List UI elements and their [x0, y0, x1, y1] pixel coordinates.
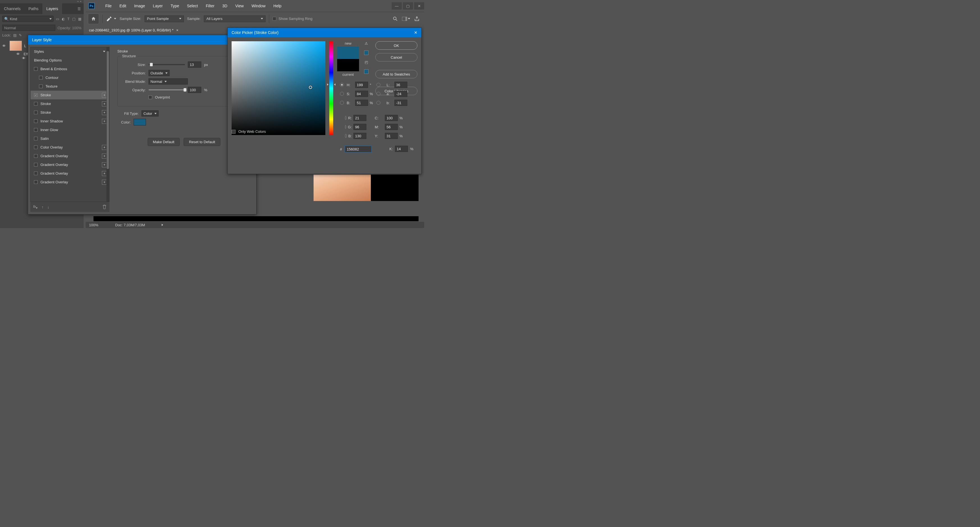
- input-k[interactable]: 14: [395, 146, 408, 152]
- panel-tab-layers[interactable]: Layers: [42, 3, 62, 14]
- radio-r[interactable]: [345, 116, 347, 120]
- lock-brush-icon[interactable]: ✎: [19, 33, 22, 37]
- input-a[interactable]: -24: [395, 91, 407, 97]
- share-icon[interactable]: [414, 16, 420, 22]
- menu-3d[interactable]: 3D: [218, 4, 231, 8]
- ls-item-stroke[interactable]: Stroke+: [30, 99, 109, 108]
- collapse-left-icon[interactable]: ‹‹: [77, 0, 79, 3]
- hex-input[interactable]: 156082: [345, 146, 372, 153]
- menu-filter[interactable]: Filter: [202, 4, 218, 8]
- filter-shape-icon[interactable]: ▢: [72, 17, 75, 21]
- panel-tab-paths[interactable]: Paths: [24, 3, 42, 14]
- color-picker-titlebar[interactable]: Color Picker (Stroke Color) ✕: [228, 28, 422, 37]
- websafe-cube-icon[interactable]: ◰: [365, 60, 368, 64]
- workspace-icon[interactable]: [402, 17, 410, 21]
- ls-item-bevel-emboss[interactable]: Bevel & Emboss: [30, 65, 109, 73]
- slider-handle[interactable]: [184, 88, 186, 92]
- home-button[interactable]: [88, 13, 99, 24]
- checkbox-icon[interactable]: [39, 84, 43, 88]
- cancel-button[interactable]: Cancel: [375, 53, 417, 62]
- input-bc[interactable]: 130: [353, 133, 366, 139]
- slider-handle[interactable]: [150, 63, 153, 66]
- ls-item-blending-options[interactable]: Blending Options: [30, 56, 109, 65]
- layer-style-scrollbar[interactable]: [107, 47, 109, 202]
- window-close-icon[interactable]: ✕: [414, 2, 424, 10]
- visibility-icon[interactable]: 👁: [22, 56, 27, 61]
- gamut-color-swatch[interactable]: [364, 51, 369, 55]
- stroke-color-swatch[interactable]: [134, 119, 146, 126]
- layer-style-titlebar[interactable]: Layer Style: [28, 35, 256, 45]
- ls-item-inner-shadow[interactable]: Inner Shadow+: [30, 117, 109, 126]
- search-icon[interactable]: [393, 16, 398, 22]
- checkbox-icon[interactable]: [34, 137, 38, 140]
- ls-item-gradient-overlay[interactable]: Gradient Overlay+: [30, 160, 109, 169]
- input-y[interactable]: 31: [385, 133, 398, 139]
- ls-item-gradient-overlay[interactable]: Gradient Overlay+: [30, 169, 109, 178]
- checkbox-icon[interactable]: [34, 119, 38, 123]
- show-sampling-ring-check[interactable]: Show Sampling Ring: [272, 17, 312, 21]
- radio-s[interactable]: [340, 92, 344, 96]
- input-h[interactable]: 199: [355, 82, 368, 88]
- size-input[interactable]: 13: [188, 62, 201, 68]
- window-minimize-icon[interactable]: —: [391, 2, 402, 10]
- ls-item-stroke[interactable]: ✓Stroke+: [30, 91, 109, 99]
- input-s[interactable]: 84: [355, 91, 368, 97]
- ls-item-texture[interactable]: Texture: [30, 82, 109, 91]
- radio-l[interactable]: [377, 83, 380, 87]
- document-tab[interactable]: cat-2068462_1920.jpg @ 100% (Layer 0, RG…: [86, 28, 181, 32]
- input-g[interactable]: 96: [353, 124, 366, 130]
- ls-item-stroke[interactable]: Stroke+: [30, 108, 109, 117]
- filter-adjust-icon[interactable]: ◐: [62, 17, 65, 21]
- ls-item-styles[interactable]: Styles: [30, 47, 109, 56]
- scrollbar-thumb[interactable]: [107, 51, 109, 169]
- opacity-input[interactable]: 100: [188, 87, 201, 93]
- move-down-icon[interactable]: ↓: [48, 205, 49, 209]
- filltype-select[interactable]: Color: [142, 110, 159, 116]
- input-bv[interactable]: 51: [355, 100, 368, 106]
- radio-b[interactable]: [377, 101, 380, 105]
- color-ring-marker[interactable]: [309, 86, 312, 89]
- visibility-icon[interactable]: 👁: [16, 52, 21, 56]
- layer-kind-select[interactable]: 🔍 Kind: [2, 16, 54, 22]
- radio-bc[interactable]: [345, 134, 347, 138]
- checkbox-icon[interactable]: [34, 180, 38, 184]
- menu-edit[interactable]: Edit: [116, 4, 130, 8]
- checkbox-icon[interactable]: [34, 163, 38, 167]
- panel-menu-icon[interactable]: ☰: [75, 3, 84, 14]
- layer-blend-select[interactable]: Normal: [2, 25, 55, 31]
- layer-thumbnail[interactable]: [10, 41, 22, 51]
- sample-select[interactable]: All Layers: [204, 16, 266, 22]
- opacity-slider[interactable]: [148, 89, 185, 91]
- radio-h[interactable]: [340, 83, 344, 87]
- filter-image-icon[interactable]: ▭: [56, 17, 59, 21]
- ls-item-contour[interactable]: Contour: [30, 73, 109, 82]
- panel-close-icon[interactable]: ×: [80, 0, 81, 3]
- fx-icon[interactable]: fx▾: [33, 204, 38, 210]
- tool-indicator[interactable]: [106, 16, 116, 22]
- filter-smart-icon[interactable]: ▦: [78, 17, 81, 21]
- overprint-checkbox[interactable]: [148, 96, 152, 99]
- menu-view[interactable]: View: [231, 4, 248, 8]
- input-l[interactable]: 36: [395, 82, 407, 88]
- ls-item-gradient-overlay[interactable]: Gradient Overlay+: [30, 178, 109, 186]
- menu-file[interactable]: File: [101, 4, 116, 8]
- menu-select[interactable]: Select: [183, 4, 202, 8]
- opacity-value[interactable]: 100%: [72, 26, 81, 30]
- saturation-brightness-field[interactable]: [232, 41, 325, 135]
- move-up-icon[interactable]: ↑: [41, 205, 43, 209]
- panel-tab-channels[interactable]: Channels: [0, 3, 24, 14]
- menu-type[interactable]: Type: [167, 4, 183, 8]
- make-default-button[interactable]: Make Default: [148, 138, 180, 146]
- radio-g[interactable]: [345, 125, 346, 129]
- trash-icon[interactable]: [102, 204, 107, 209]
- input-b[interactable]: -31: [395, 100, 407, 106]
- websafe-color-swatch[interactable]: [364, 69, 369, 74]
- blend-select[interactable]: Normal: [148, 78, 188, 84]
- position-select[interactable]: Outside: [148, 70, 170, 76]
- ls-item-gradient-overlay[interactable]: Gradient Overlay+: [30, 151, 109, 160]
- ls-item-inner-glow[interactable]: Inner Glow: [30, 126, 109, 134]
- add-swatches-button[interactable]: Add to Swatches: [375, 70, 417, 78]
- visibility-icon[interactable]: 👁: [2, 44, 7, 48]
- chevron-right-icon[interactable]: [162, 224, 163, 226]
- filter-type-icon[interactable]: T: [67, 17, 70, 21]
